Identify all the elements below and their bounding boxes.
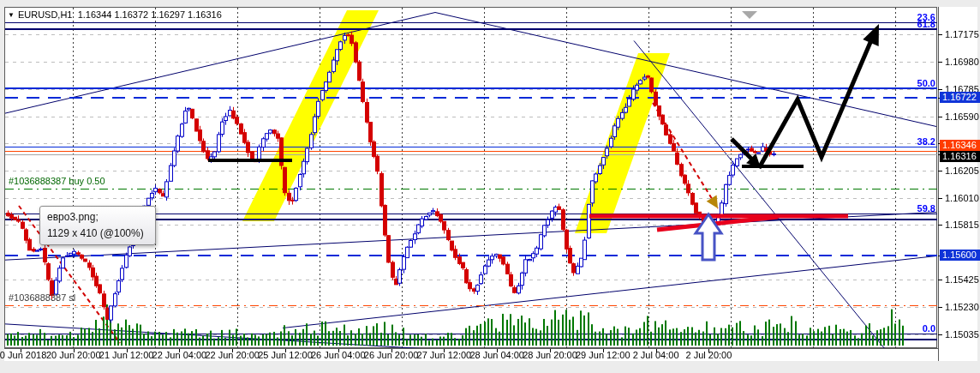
price-tick-label: 1.15425 bbox=[945, 274, 979, 285]
fib-level-label: 50.0 bbox=[917, 78, 935, 88]
chart-canvas[interactable] bbox=[0, 0, 980, 373]
time-tick-label: 28 Jun 20:00 bbox=[523, 350, 577, 360]
ohlc-values: 1.16344 1.16372 1.16297 1.16316 bbox=[78, 9, 222, 20]
tooltip-filename: евро3.png; bbox=[47, 209, 148, 226]
time-tick-label: 22 Jun 04:00 bbox=[152, 350, 207, 360]
price-marker-box: 1.16346 bbox=[940, 140, 980, 151]
time-tick-label: 21 Jun 12:00 bbox=[99, 350, 154, 360]
price-marker-box: 1.16722 bbox=[940, 92, 980, 103]
fib-level-label: 59.8 bbox=[917, 203, 935, 214]
file-tooltip: евро3.png; 1129 x 410 (@100%) bbox=[39, 206, 156, 245]
price-tick-label: 1.15230 bbox=[945, 302, 979, 312]
symbol-dropdown-icon[interactable]: ▼ bbox=[8, 11, 15, 19]
terminal-window: { "title_bar": {"marker": "▼", "symbol":… bbox=[0, 0, 980, 373]
tooltip-dimensions: 1129 x 410 (@100%) bbox=[47, 226, 148, 242]
price-tick-label: 1.16590 bbox=[945, 111, 979, 122]
order-sl-label: #1036888387 sl bbox=[9, 292, 75, 303]
symbol-period: EURUSD,H1 bbox=[18, 9, 73, 20]
chart-title: ▼EURUSD,H1 1.16344 1.16372 1.16297 1.163… bbox=[8, 9, 222, 20]
price-marker-box: 1.15600 bbox=[940, 250, 980, 261]
order-buy-label: #1036888387 buy 0.50 bbox=[9, 176, 105, 186]
time-tick-label: 29 Jun 12:00 bbox=[576, 350, 630, 360]
price-tick-label: 1.15815 bbox=[945, 220, 979, 230]
time-tick-label: 26 Jun 20:00 bbox=[364, 350, 419, 360]
price-tick-label: 1.17175 bbox=[945, 29, 979, 39]
time-tick-label: 22 Jun 20:00 bbox=[205, 350, 260, 360]
time-tick-label: 28 Jun 04:00 bbox=[469, 350, 524, 360]
fib-level-label: 38.2 bbox=[917, 136, 935, 147]
time-tick-label: 27 Jun 12:00 bbox=[417, 350, 472, 360]
time-tick-label: 2 Jul 20:00 bbox=[685, 350, 732, 360]
time-tick-label: 26 Jun 04:00 bbox=[311, 350, 366, 360]
time-tick-label: 25 Jun 12:00 bbox=[258, 350, 313, 360]
price-tick-label: 1.16980 bbox=[945, 57, 979, 67]
time-tick-label: 2 Jul 04:00 bbox=[633, 350, 679, 360]
price-tick-label: 1.16205 bbox=[945, 165, 979, 176]
price-tick-label: 1.16010 bbox=[945, 193, 979, 203]
time-tick-label: 20 Jun 2018 bbox=[0, 350, 46, 360]
fib-level-label: 61.8 bbox=[917, 19, 935, 29]
fib-level-label: 0.0 bbox=[923, 323, 935, 334]
price-tick-label: 1.15035 bbox=[945, 329, 979, 340]
time-tick-label: 20 Jun 20:00 bbox=[46, 350, 101, 360]
price-marker-box: 1.16316 bbox=[940, 151, 980, 162]
